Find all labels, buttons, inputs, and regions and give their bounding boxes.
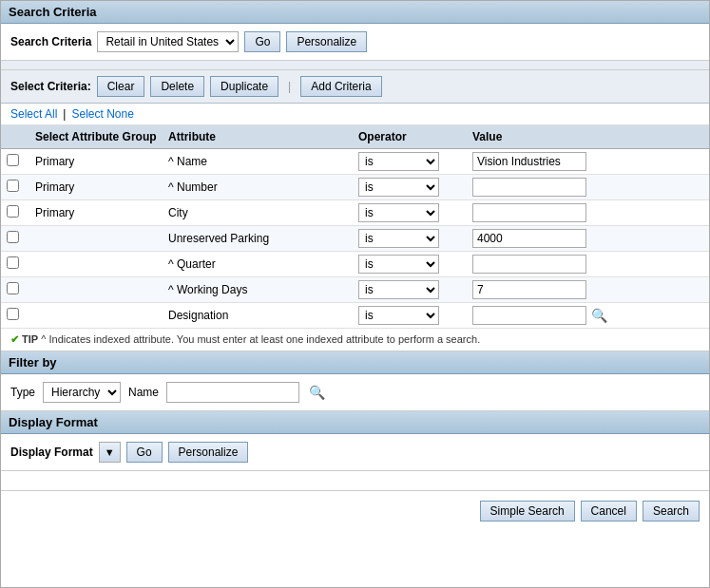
row-3-attribute: City	[163, 203, 353, 222]
table-row: Primary^ Numberis	[1, 175, 709, 200]
row-6-operator[interactable]: is	[358, 280, 439, 299]
display-format-header: Display Format	[1, 411, 709, 434]
display-format-arrow-button[interactable]: ▼	[99, 442, 121, 463]
spacer-1	[1, 61, 709, 70]
add-criteria-button[interactable]: Add Criteria	[300, 76, 381, 97]
select-criteria-bar: Select Criteria: Clear Delete Duplicate …	[1, 70, 709, 104]
search-button[interactable]: Search	[643, 501, 700, 522]
select-none-link[interactable]: Select None	[71, 107, 133, 121]
table-row: Primary^ Nameis	[1, 149, 709, 175]
row-7-value-input[interactable]	[472, 306, 586, 325]
row-6-value-cell	[467, 277, 709, 302]
row-7-attribute: Designation	[163, 306, 353, 325]
row-4-value-input[interactable]	[472, 229, 586, 248]
row-3-value-input[interactable]	[472, 203, 586, 222]
table-row: Unreserved Parkingis	[1, 226, 709, 252]
display-format-go-button[interactable]: Go	[126, 442, 163, 463]
display-format-label: Display Format	[10, 446, 93, 459]
row-5-operator[interactable]: is	[358, 255, 439, 274]
tip-icon: ✔	[10, 333, 19, 345]
row-5-group	[29, 261, 163, 267]
row-6-value-input[interactable]	[472, 280, 586, 299]
table-row: ^ Quarteris	[1, 252, 709, 277]
filter-content: Type Hierarchy Flat Name 🔍	[1, 374, 709, 410]
table-row: PrimaryCityis	[1, 200, 709, 226]
separator: |	[288, 80, 291, 93]
top-go-button[interactable]: Go	[244, 31, 280, 52]
row-1-checkbox[interactable]	[7, 154, 19, 166]
type-label: Type	[10, 386, 35, 399]
row-1-group: Primary	[29, 152, 163, 171]
row-7-search-icon-button[interactable]: 🔍	[589, 308, 609, 323]
row-5-value-cell	[467, 252, 709, 276]
filter-search-icon-button[interactable]: 🔍	[307, 385, 327, 400]
search-criteria-header: Search Criteria	[1, 1, 709, 24]
search-criteria-dropdown[interactable]: Retail in United States	[97, 31, 239, 52]
row-1-value-input[interactable]	[472, 152, 586, 171]
tip-text: ^ Indicates indexed attribute. You must …	[41, 333, 480, 345]
col-header-attr-group: Select Attribute Group	[29, 128, 163, 145]
row-7-value-cell: 🔍	[467, 303, 709, 328]
col-header-operator: Operator	[353, 128, 467, 145]
row-3-value-cell	[467, 200, 709, 225]
select-criteria-bar-label: Select Criteria:	[10, 80, 91, 93]
row-4-group	[29, 236, 163, 241]
spacer-2	[1, 471, 709, 490]
row-4-operator[interactable]: is	[358, 229, 439, 248]
row-1-operator[interactable]: is	[358, 152, 439, 171]
main-container: Search Criteria Search Criteria Retail i…	[0, 0, 710, 588]
header-title: Search Criteria	[9, 5, 97, 19]
filter-section: Type Hierarchy Flat Name 🔍	[1, 374, 709, 411]
display-format-personalize-button[interactable]: Personalize	[168, 442, 249, 463]
col-header-value: Value	[467, 128, 709, 145]
row-2-value-input[interactable]	[472, 178, 586, 197]
clear-button[interactable]: Clear	[97, 76, 145, 97]
delete-button[interactable]: Delete	[150, 76, 204, 97]
display-format-section: Display Format ▼ Go Personalize	[1, 434, 709, 471]
filter-by-title: Filter by	[9, 355, 57, 370]
row-3-checkbox[interactable]	[7, 205, 19, 218]
col-header-checkbox	[1, 128, 29, 145]
col-header-attribute: Attribute	[163, 128, 353, 145]
row-5-attribute: ^ Quarter	[163, 255, 353, 274]
search-criteria-label: Search Criteria	[10, 35, 91, 48]
row-3-operator[interactable]: is	[358, 203, 439, 222]
name-label: Name	[128, 386, 159, 399]
row-5-value-input[interactable]	[472, 255, 586, 274]
top-bar: Search Criteria Retail in United States …	[1, 24, 709, 61]
row-4-attribute: Unreserved Parking	[163, 229, 353, 248]
type-dropdown[interactable]: Hierarchy Flat	[43, 382, 121, 403]
row-1-attribute: ^ Name	[163, 152, 353, 171]
table-row: ^ Working Daysis	[1, 277, 709, 303]
row-6-attribute: ^ Working Days	[163, 280, 353, 299]
table-row: Designationis🔍	[1, 303, 709, 329]
row-2-checkbox[interactable]	[7, 180, 19, 192]
filter-name-input[interactable]	[166, 382, 299, 403]
select-all-bar: Select All | Select None	[1, 104, 709, 125]
table-body: Primary^ NameisPrimary^ NumberisPrimaryC…	[1, 149, 709, 329]
cancel-button[interactable]: Cancel	[581, 501, 637, 522]
select-all-link[interactable]: Select All	[10, 107, 57, 121]
row-5-checkbox[interactable]	[7, 256, 19, 269]
table-header: Select Attribute Group Attribute Operato…	[1, 125, 709, 149]
filter-by-header: Filter by	[1, 351, 709, 374]
row-6-checkbox[interactable]	[7, 282, 19, 294]
top-personalize-button[interactable]: Personalize	[286, 31, 367, 52]
row-1-value-cell	[467, 149, 709, 174]
tip-label: TIP	[22, 333, 38, 345]
row-7-operator[interactable]: is	[358, 306, 439, 325]
row-2-group: Primary	[29, 178, 163, 197]
row-2-operator[interactable]: is	[358, 178, 439, 197]
tip-row: ✔ TIP ^ Indicates indexed attribute. You…	[1, 329, 709, 351]
display-format-title: Display Format	[9, 415, 98, 429]
bottom-bar: Simple Search Cancel Search	[1, 490, 709, 531]
display-format-content: Display Format ▼ Go Personalize	[1, 434, 709, 470]
row-2-attribute: ^ Number	[163, 178, 353, 197]
simple-search-button[interactable]: Simple Search	[480, 501, 575, 522]
row-4-value-cell	[467, 226, 709, 251]
row-7-checkbox[interactable]	[7, 308, 19, 320]
row-4-checkbox[interactable]	[7, 231, 19, 243]
duplicate-button[interactable]: Duplicate	[210, 76, 278, 97]
row-3-group: Primary	[29, 203, 163, 222]
row-6-group	[29, 287, 163, 293]
